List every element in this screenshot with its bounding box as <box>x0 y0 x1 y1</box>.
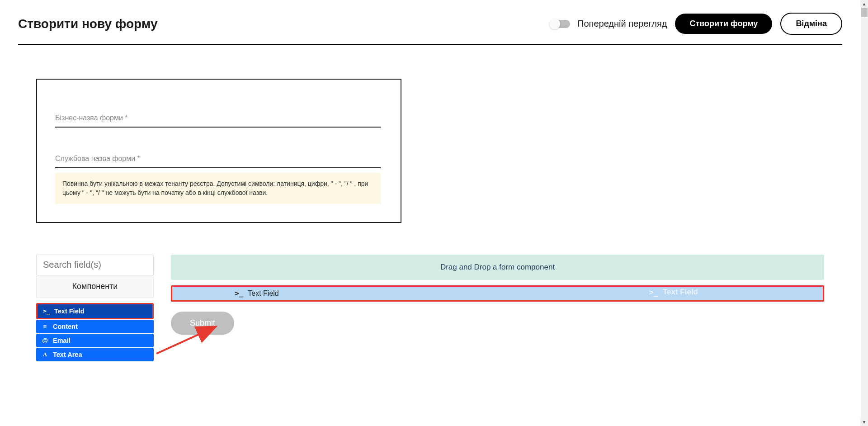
preview-toggle[interactable]: Попередній перегляд <box>550 19 667 29</box>
font-icon: A <box>42 351 48 358</box>
component-label: Text Field <box>54 308 85 315</box>
service-name-field-group: Службова назва форми * Повинна бути унік… <box>55 152 382 204</box>
header-bar: Створити нову форму Попередній перегляд … <box>18 13 842 45</box>
business-name-input[interactable] <box>55 111 381 128</box>
ghost-label: Text Field <box>248 289 278 298</box>
component-email[interactable]: @ Email <box>36 334 154 347</box>
terminal-icon: >_ <box>649 288 658 297</box>
form-meta-panel: Бізнес-назва форми * Службова назва форм… <box>36 79 401 223</box>
toggle-knob <box>549 19 560 29</box>
scrollbar-thumb[interactable] <box>861 8 868 17</box>
components-group-header[interactable]: Компоненти <box>36 275 154 298</box>
component-text-field[interactable]: >_ Text Field <box>36 303 154 319</box>
content-icon: ≡ <box>42 323 48 330</box>
ghost-overlay-label: Text Field <box>663 288 698 297</box>
search-components-input[interactable] <box>36 255 154 275</box>
components-sidebar: Компоненти >_ Text Field ≡ Content @ Ema… <box>36 255 154 361</box>
scrollbar-arrow-down[interactable]: ▼ <box>860 418 868 426</box>
service-name-input[interactable] <box>55 152 381 168</box>
at-icon: @ <box>42 337 48 344</box>
page-title: Створити нову форму <box>18 17 158 31</box>
header-actions: Попередній перегляд Створити форму Відмі… <box>550 13 842 35</box>
form-builder: Компоненти >_ Text Field ≡ Content @ Ema… <box>18 255 842 361</box>
terminal-icon: >_ <box>235 289 243 298</box>
component-content[interactable]: ≡ Content <box>36 320 154 333</box>
component-label: Content <box>53 323 78 330</box>
preview-toggle-label: Попередній перегляд <box>577 19 667 29</box>
scrollbar-arrow-up[interactable]: ▲ <box>860 0 868 8</box>
toggle-switch[interactable] <box>550 20 570 28</box>
component-label: Text Area <box>53 351 82 358</box>
cancel-button[interactable]: Відміна <box>780 13 842 35</box>
service-name-helper: Повинна бути унікальною в межах тенанту … <box>55 173 381 204</box>
terminal-icon: >_ <box>43 308 50 314</box>
dragging-component-ghost[interactable]: >_ Text Field >_ Text Field <box>171 285 824 302</box>
create-form-button[interactable]: Створити форму <box>675 14 772 34</box>
scrollbar-track[interactable] <box>861 0 868 426</box>
business-name-field-group: Бізнес-назва форми * <box>55 111 382 128</box>
component-text-area[interactable]: A Text Area <box>36 348 154 361</box>
component-label: Email <box>53 337 71 344</box>
submit-button[interactable]: Submit <box>171 312 234 335</box>
drop-zone[interactable]: Drag and Drop a form component <box>171 255 824 280</box>
form-canvas[interactable]: Drag and Drop a form component >_ Text F… <box>171 255 824 335</box>
